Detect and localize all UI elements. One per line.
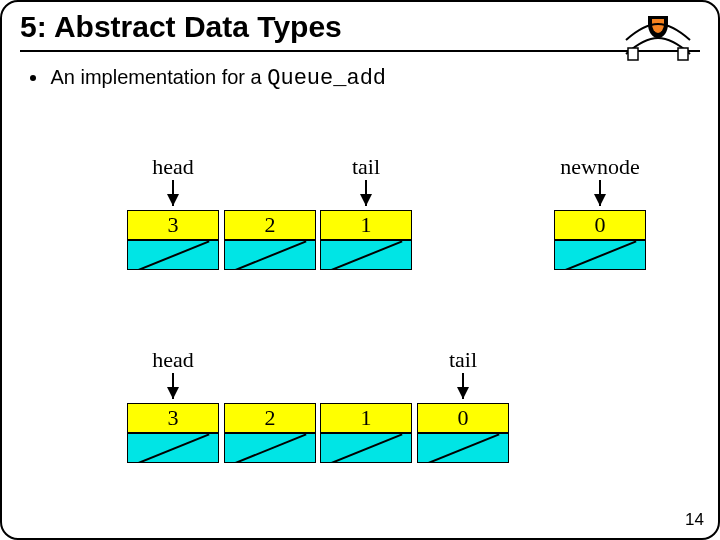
node-value: 0 [417,403,509,433]
node-r2-0: 3 [127,403,219,463]
node-value: 3 [127,403,219,433]
node-value: 1 [320,403,412,433]
node-r2-2: 1 [320,403,412,463]
node-r2-1: 2 [224,403,316,463]
slide-number: 14 [685,510,704,530]
node-next [320,433,412,463]
node-next [417,433,509,463]
node-value: 2 [224,403,316,433]
node-next [224,433,316,463]
node-next [127,433,219,463]
node-r2-3: 0 [417,403,509,463]
